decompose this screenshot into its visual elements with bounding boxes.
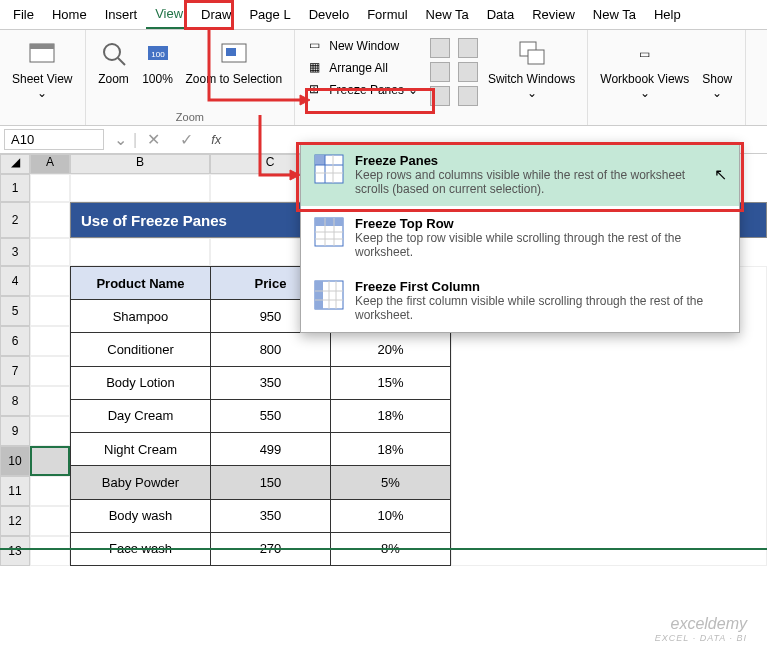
svg-rect-9 — [528, 50, 544, 64]
chevron-down-icon: ⌄ — [640, 86, 650, 100]
active-cell[interactable] — [30, 446, 70, 476]
new-window-label: New Window — [329, 39, 399, 53]
row-head[interactable]: 10 — [0, 446, 30, 476]
row-head[interactable]: 1 — [0, 174, 30, 202]
freeze-line — [0, 548, 767, 550]
cell[interactable]: 499 — [211, 433, 331, 466]
enter-icon[interactable]: ✓ — [180, 130, 193, 149]
zoom-selection-icon — [218, 38, 250, 70]
workbook-views-icon: ▭ — [629, 38, 661, 70]
svg-rect-17 — [315, 218, 343, 226]
menu-freeze-top-row[interactable]: Freeze Top RowKeep the top row visible w… — [301, 206, 739, 269]
cell[interactable]: 800 — [211, 333, 331, 366]
row-head[interactable]: 4 — [0, 266, 30, 296]
arrange-all-button[interactable]: ▦Arrange All — [305, 58, 422, 78]
tab-view[interactable]: View — [146, 0, 192, 29]
row-head[interactable]: 3 — [0, 238, 30, 266]
col-head-a[interactable]: A — [30, 154, 70, 174]
namebox-dropdown[interactable]: ⌄ — [114, 130, 127, 149]
zoom-100-icon: 100 — [142, 38, 174, 70]
tab-newtab2[interactable]: New Ta — [584, 1, 645, 28]
svg-rect-23 — [315, 281, 323, 309]
cancel-icon[interactable]: ✕ — [147, 130, 160, 149]
freeze-panes-label: Freeze Panes — [329, 83, 404, 97]
row-head[interactable]: 13 — [0, 536, 30, 566]
tab-review[interactable]: Review — [523, 1, 584, 28]
menu-item-title: Freeze First Column — [355, 279, 727, 294]
row-head[interactable]: 11 — [0, 476, 30, 506]
zoom-selection-button[interactable]: Zoom to Selection — [180, 34, 289, 90]
col-head-b[interactable]: B — [70, 154, 210, 174]
zoom-button[interactable]: Zoom — [92, 34, 136, 90]
cell[interactable]: 350 — [211, 366, 331, 399]
arrange-all-label: Arrange All — [329, 61, 388, 75]
row-head[interactable]: 9 — [0, 416, 30, 446]
tab-home[interactable]: Home — [43, 1, 96, 28]
cell[interactable]: 10% — [331, 499, 451, 532]
cell[interactable]: Day Cream — [71, 399, 211, 432]
menu-freeze-first-column[interactable]: Freeze First ColumnKeep the first column… — [301, 269, 739, 332]
tab-data[interactable]: Data — [478, 1, 523, 28]
new-window-button[interactable]: ▭New Window — [305, 36, 422, 56]
sheet-view-button[interactable]: Sheet View ⌄ — [6, 34, 79, 104]
workbook-views-button[interactable]: ▭ Workbook Views ⌄ — [594, 34, 695, 104]
window-icons-2 — [454, 34, 482, 110]
svg-rect-1 — [30, 44, 54, 49]
tab-newtab1[interactable]: New Ta — [417, 1, 478, 28]
cell[interactable]: Conditioner — [71, 333, 211, 366]
show-icon — [701, 38, 733, 70]
tab-pagelayout[interactable]: Page L — [240, 1, 299, 28]
cell[interactable]: Shampoo — [71, 300, 211, 333]
row-head[interactable]: 12 — [0, 506, 30, 536]
zoom-icon — [98, 38, 130, 70]
window-icons — [426, 34, 454, 110]
zoom-100-label: 100% — [142, 72, 173, 86]
menu-item-desc: Keep the first column visible while scro… — [355, 294, 727, 322]
zoom-selection-label: Zoom to Selection — [186, 72, 283, 86]
freeze-panes-button[interactable]: ⊞Freeze Panes⌄ — [305, 80, 422, 100]
cell[interactable]: 18% — [331, 433, 451, 466]
menu-freeze-panes[interactable]: Freeze PanesKeep rows and columns visibl… — [301, 143, 739, 206]
tab-help[interactable]: Help — [645, 1, 690, 28]
header-product[interactable]: Product Name — [71, 267, 211, 300]
menu-item-title: Freeze Panes — [355, 153, 704, 168]
row-head[interactable]: 2 — [0, 202, 30, 238]
sheet-view-label: Sheet View — [12, 72, 73, 86]
svg-text:100: 100 — [151, 50, 165, 59]
ribbon-tabs: File Home Insert View Draw Page L Develo… — [0, 0, 767, 30]
cell[interactable]: 15% — [331, 366, 451, 399]
row-head[interactable]: 6 — [0, 326, 30, 356]
switch-windows-button[interactable]: Switch Windows ⌄ — [482, 34, 581, 104]
zoom-100-button[interactable]: 100 100% — [136, 34, 180, 90]
chevron-down-icon: ⌄ — [37, 86, 47, 100]
tab-draw[interactable]: Draw — [192, 1, 240, 28]
cell[interactable]: 350 — [211, 499, 331, 532]
cell[interactable]: Body Lotion — [71, 366, 211, 399]
fx-icon[interactable]: fx — [211, 132, 221, 147]
cell[interactable]: 5% — [331, 466, 451, 499]
tab-file[interactable]: File — [4, 1, 43, 28]
cell[interactable]: 550 — [211, 399, 331, 432]
row-head[interactable]: 8 — [0, 386, 30, 416]
tab-formulas[interactable]: Formul — [358, 1, 416, 28]
menu-item-desc: Keep the top row visible while scrolling… — [355, 231, 727, 259]
show-button[interactable]: Show ⌄ — [695, 34, 739, 104]
svg-rect-7 — [226, 48, 236, 56]
workbook-views-label: Workbook Views — [600, 72, 689, 86]
svg-line-3 — [118, 58, 125, 65]
svg-point-2 — [104, 44, 120, 60]
cell[interactable]: Night Cream — [71, 433, 211, 466]
row-head[interactable]: 5 — [0, 296, 30, 326]
cell[interactable]: 150 — [211, 466, 331, 499]
row-head[interactable]: 7 — [0, 356, 30, 386]
tab-developer[interactable]: Develo — [300, 1, 358, 28]
tab-insert[interactable]: Insert — [96, 1, 147, 28]
cell[interactable]: Baby Powder — [71, 466, 211, 499]
freeze-top-row-icon — [313, 216, 345, 248]
select-all[interactable]: ◢ — [0, 154, 30, 174]
cell[interactable]: 20% — [331, 333, 451, 366]
cell[interactable]: 18% — [331, 399, 451, 432]
new-window-icon: ▭ — [309, 38, 325, 54]
cell[interactable]: Body wash — [71, 499, 211, 532]
name-box[interactable] — [4, 129, 104, 150]
